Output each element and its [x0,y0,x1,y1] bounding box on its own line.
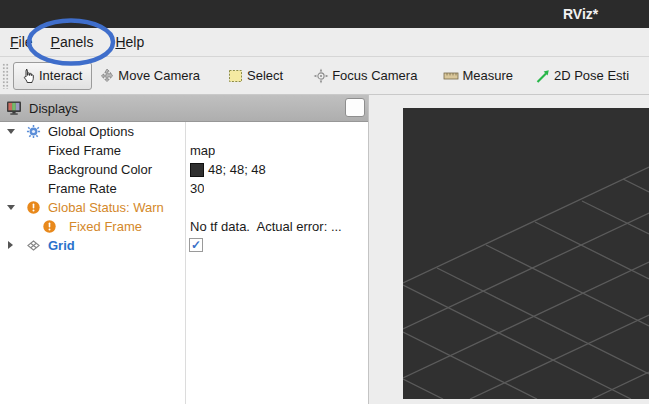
warning-icon [42,219,57,234]
menu-help-mnemonic: H [115,34,125,50]
tree-row-status-fixed-frame[interactable]: Fixed Frame No tf data. Actual error: ..… [0,217,368,236]
gear-icon [26,124,41,139]
collapse-arrow-icon[interactable] [8,241,13,249]
menu-file-rest: ile [19,34,33,50]
status-error-value: No tf data. Actual error: ... [190,217,342,236]
select-button[interactable]: Select [228,68,283,84]
menu-panels-mnemonic: P [51,34,60,50]
color-text: 48; 48; 48 [208,160,266,179]
toolbar-drag-handle[interactable] [2,63,9,89]
measure-button[interactable]: Measure [443,68,513,84]
warning-icon [26,200,41,215]
row-label: Grid [48,236,75,255]
expand-arrow-icon[interactable] [7,205,15,210]
select-label: Select [247,68,283,83]
grid-icon [26,238,41,253]
color-swatch [190,163,204,177]
move-camera-label: Move Camera [118,68,200,83]
hand-cursor-icon [20,68,36,84]
row-label: Global Status: Warn [48,198,164,217]
displays-panel-title: Displays [29,101,78,116]
focus-camera-label: Focus Camera [332,68,417,83]
menu-bar: File Panels Help [0,28,649,57]
menu-help[interactable]: Help [113,34,146,50]
menu-panels[interactable]: Panels [49,34,96,50]
background-color-value[interactable]: 48; 48; 48 [190,160,266,179]
menu-file-mnemonic: F [10,34,19,50]
displays-tree: Global Options Fixed Frame map Backgroun… [0,122,368,404]
move-camera-button[interactable]: Move Camera [99,68,200,84]
tree-row-grid[interactable]: Grid ✓ [0,236,368,255]
focus-camera-button[interactable]: Focus Camera [313,68,417,84]
3d-viewport[interactable] [403,108,649,399]
tree-row-global-status[interactable]: Global Status: Warn [0,198,368,217]
frame-rate-value[interactable]: 30 [190,179,204,198]
interact-button[interactable]: Interact [13,62,92,90]
title-bar: RViz* [0,0,649,28]
tree-row-frame-rate[interactable]: Frame Rate 30 [0,179,368,198]
window-title: RViz* [563,0,598,28]
monitor-icon [6,100,22,116]
row-label: Global Options [48,122,134,141]
crosshair-icon [313,68,329,84]
menu-help-rest: elp [126,34,145,50]
move-arrows-icon [99,68,115,84]
2d-pose-estimate-button[interactable]: 2D Pose Esti [535,68,629,84]
menu-panels-rest: anels [60,34,93,50]
toolbar: Interact Move Camera Select Focus Camera… [0,57,649,95]
fixed-frame-value[interactable]: map [190,141,215,160]
2d-pose-estimate-label: 2D Pose Esti [554,68,629,83]
row-label: Fixed Frame [48,141,121,160]
selection-box-icon [228,68,244,84]
ruler-icon [443,68,459,84]
tree-row-global-options[interactable]: Global Options [0,122,368,141]
ground-grid [403,108,649,399]
menu-file[interactable]: File [8,34,35,50]
tree-row-background-color[interactable]: Background Color 48; 48; 48 [0,160,368,179]
interact-label: Interact [39,68,82,83]
displays-panel-header[interactable]: Displays [0,95,368,122]
pose-arrow-icon [535,68,551,84]
expand-arrow-icon[interactable] [7,129,15,134]
displays-panel: Displays Global Options Fixed Frame map … [0,95,369,404]
row-label: Frame Rate [48,179,117,198]
tree-row-fixed-frame[interactable]: Fixed Frame map [0,141,368,160]
row-label: Background Color [48,160,152,179]
measure-label: Measure [462,68,513,83]
row-label: Fixed Frame [69,217,142,236]
grid-checkbox[interactable]: ✓ [189,238,203,252]
panel-float-button[interactable] [345,98,365,117]
rviz-window: { "window": { "title": "RViz*" }, "menub… [0,0,649,404]
